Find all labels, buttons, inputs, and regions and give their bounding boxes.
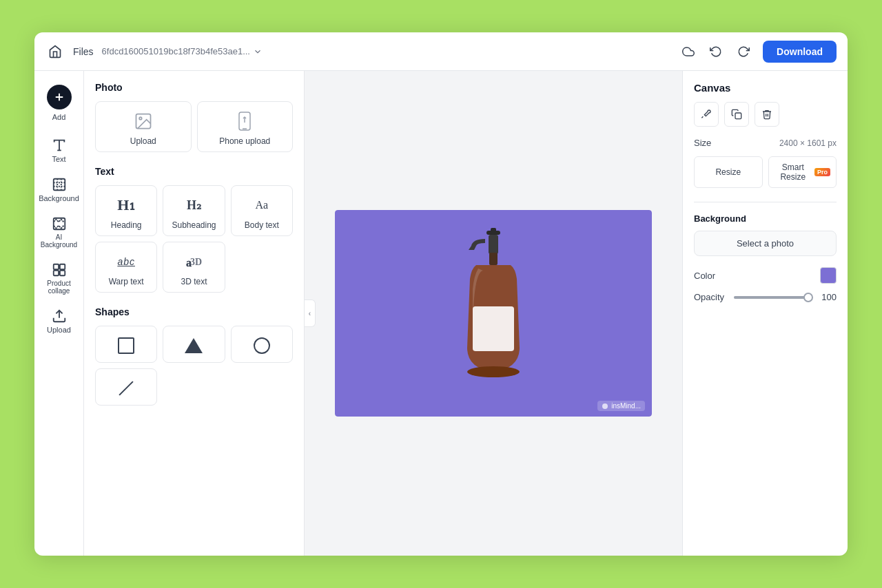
triangle-shape-icon xyxy=(185,335,203,357)
paint-tool-button[interactable] xyxy=(694,102,719,127)
upload-icon xyxy=(134,110,153,132)
text-section-title: Text xyxy=(95,166,293,177)
resize-button[interactable]: Resize xyxy=(694,156,763,188)
heading-icon: H₁ xyxy=(117,194,135,216)
add-icon[interactable] xyxy=(47,85,72,109)
opacity-slider[interactable] xyxy=(734,296,812,299)
triangle-shape-tool[interactable] xyxy=(163,326,225,363)
sidebar-item-ai-background[interactable]: AI Background xyxy=(39,211,80,254)
select-photo-button[interactable]: Select a photo xyxy=(694,231,837,256)
size-row: Size 2400 × 1601 px xyxy=(694,138,837,148)
text-tools-grid: H₁ Heading H₂ Subheading Aa Body text xyxy=(95,185,293,293)
canvas-image[interactable]: insMind... xyxy=(335,210,652,417)
ai-background-sidebar-icon xyxy=(52,216,67,231)
svg-rect-13 xyxy=(59,271,64,275)
delete-tool-button[interactable] xyxy=(755,102,779,127)
warp-text-tool[interactable]: abc Warp text xyxy=(95,242,157,293)
upload-sidebar-icon xyxy=(52,308,67,324)
photo-section-title: Photo xyxy=(95,82,293,93)
sidebar-icons: Add Text Background xyxy=(34,71,84,556)
canvas-tool-buttons xyxy=(694,102,837,127)
svg-rect-12 xyxy=(53,271,58,275)
header: Files 6fdcd160051019bc18f73b4fe53ae1... xyxy=(34,32,848,71)
subheading-tool[interactable]: H₂ Subheading xyxy=(163,185,225,236)
heading-tool[interactable]: H₁ Heading xyxy=(95,185,157,236)
header-icons xyxy=(677,41,755,63)
sidebar-item-background[interactable]: Background xyxy=(39,171,80,208)
svg-point-28 xyxy=(602,403,608,409)
sidebar-item-upload[interactable]: Upload xyxy=(39,303,80,339)
left-panel: Photo Upload xyxy=(84,71,305,556)
body-text-icon: Aa xyxy=(256,194,269,216)
svg-rect-23 xyxy=(491,228,496,235)
duplicate-tool-button[interactable] xyxy=(724,102,749,127)
photo-tools-grid: Upload Phone upload xyxy=(95,101,293,152)
shapes-grid xyxy=(95,326,293,406)
product-collage-sidebar-icon xyxy=(52,262,67,277)
pro-badge: Pro xyxy=(814,168,830,176)
subheading-icon: H₂ xyxy=(187,194,201,216)
svg-point-16 xyxy=(139,117,142,120)
circle-shape-tool[interactable] xyxy=(231,326,293,363)
line-shape-tool[interactable] xyxy=(95,368,157,406)
opacity-row: Opacity 100 xyxy=(694,292,837,302)
svg-text:3D: 3D xyxy=(190,257,202,267)
resize-row: Resize Smart Resize Pro xyxy=(694,156,837,188)
sidebar-item-add[interactable]: Add xyxy=(39,79,80,127)
svg-rect-29 xyxy=(735,113,741,119)
right-panel: Canvas Size xyxy=(682,71,848,556)
collapse-panel-button[interactable]: ‹ xyxy=(305,300,316,327)
3d-text-tool[interactable]: a 3D 3D text xyxy=(163,242,225,293)
svg-rect-4 xyxy=(53,179,65,191)
color-row: Color xyxy=(694,267,837,284)
undo-icon[interactable] xyxy=(705,41,727,63)
home-icon[interactable] xyxy=(45,42,65,61)
phone-upload-tool[interactable]: Phone upload xyxy=(197,101,294,152)
body-text-tool[interactable]: Aa Body text xyxy=(231,185,293,236)
canvas-title: Canvas xyxy=(694,82,837,94)
canvas-area[interactable]: ‹ xyxy=(305,71,682,556)
files-link[interactable]: Files xyxy=(73,46,94,57)
product-bottle xyxy=(438,224,548,403)
divider-1 xyxy=(694,202,837,202)
watermark: insMind... xyxy=(597,401,645,411)
download-button[interactable]: Download xyxy=(763,41,837,63)
svg-rect-26 xyxy=(473,306,514,351)
line-shape-icon xyxy=(116,377,136,399)
phone-upload-icon xyxy=(236,110,253,132)
text-sidebar-icon xyxy=(52,138,67,153)
warp-text-icon: abc xyxy=(117,251,135,273)
color-swatch[interactable] xyxy=(820,267,837,284)
redo-icon[interactable] xyxy=(732,41,755,63)
canvas-background: insMind... xyxy=(335,210,652,417)
square-shape-icon xyxy=(118,335,134,357)
svg-rect-24 xyxy=(489,235,498,254)
svg-rect-10 xyxy=(53,264,58,269)
shapes-section-title: Shapes xyxy=(95,306,293,317)
upload-tool[interactable]: Upload xyxy=(95,101,192,152)
3d-text-icon: a 3D xyxy=(185,251,203,273)
filename-label[interactable]: 6fdcd160051019bc18f73b4fe53ae1... xyxy=(102,46,263,56)
main-area: Add Text Background xyxy=(34,71,848,556)
smart-resize-button[interactable]: Smart Resize Pro xyxy=(768,156,837,188)
svg-rect-25 xyxy=(489,253,498,265)
circle-shape-icon xyxy=(254,335,270,357)
svg-point-27 xyxy=(467,366,520,377)
background-subtitle: Background xyxy=(694,213,837,224)
square-shape-tool[interactable] xyxy=(95,326,157,363)
background-sidebar-icon xyxy=(52,177,67,192)
svg-rect-11 xyxy=(59,264,64,269)
cloud-icon[interactable] xyxy=(677,41,699,63)
sidebar-item-product-collage[interactable]: Product collage xyxy=(39,257,80,300)
sidebar-item-text[interactable]: Text xyxy=(39,132,80,169)
